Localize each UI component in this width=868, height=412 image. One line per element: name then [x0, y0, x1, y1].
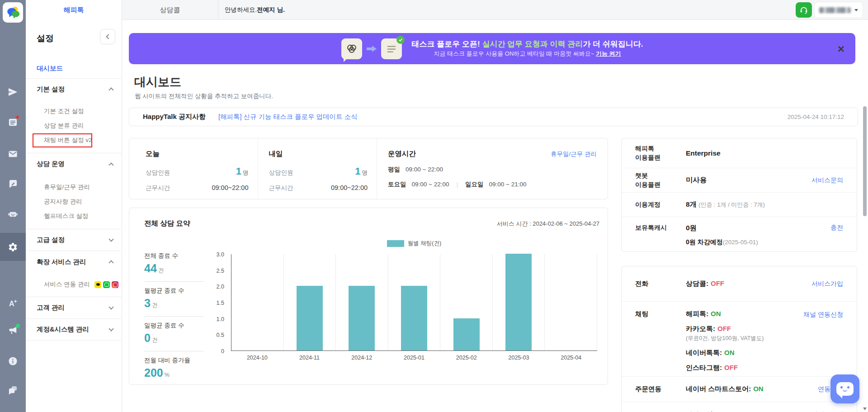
summary-stats: 전체 종료 수44건월평균 종료 수3건일평균 종료 수0건전월 대비 증가율2…	[144, 247, 204, 386]
green-dot-badge	[16, 324, 20, 328]
chat-widget-button[interactable]	[830, 374, 859, 403]
kakaotalk-pricing-note: (무료0건, 방당100원, VAT별도)	[686, 335, 764, 342]
sidebar-item-basic-condition[interactable]: 기본 조건 설정	[26, 104, 122, 118]
blurred-user-name	[819, 7, 851, 13]
sidebar-section-extension[interactable]: 확장 서비스 관리	[26, 251, 122, 273]
service-time-range: 서비스 시간 : 2024-02-06 ~ 2025-04-27	[497, 220, 599, 228]
support-headset-button[interactable]	[796, 2, 812, 18]
chevron-down-icon	[108, 304, 113, 309]
summary-stat: 월평균 종료 수3건	[144, 282, 204, 317]
chevron-up-icon	[108, 260, 113, 265]
sidebar-item-holiday-work[interactable]: 휴무일/근무 관리	[26, 180, 122, 194]
accounts-row: 이용계정 8개(인증 : 1개 / 미인증 : 7개)	[622, 193, 857, 217]
chart-bar	[401, 286, 427, 350]
sidebar-section-advanced[interactable]: 고급 설정	[26, 229, 122, 251]
greeting-name: 전예지 님.	[257, 6, 285, 14]
chevron-down-icon	[108, 237, 113, 242]
chart-x-tick-label: 2024-10	[231, 355, 283, 361]
sidebar-section-consult-ops[interactable]: 상담 운영	[26, 153, 122, 175]
chevron-up-icon	[108, 87, 113, 92]
tab-happytalk[interactable]: 해피톡	[26, 0, 122, 20]
megaphone-icon[interactable]	[0, 320, 26, 340]
ai-sparkle-icon[interactable]: A	[0, 293, 26, 313]
channel-link-request[interactable]: 채널 연동신청	[803, 311, 843, 319]
chart-column	[388, 254, 441, 350]
instagram-status: OFF	[724, 364, 738, 371]
summary-stat: 전월 대비 증가율200%	[144, 351, 204, 386]
chat-face-icon	[836, 382, 854, 396]
sidebar-item-notice-mgmt[interactable]: 공지사항 관리	[26, 194, 122, 209]
notice-link[interactable]: [해피톡] 신규 기능 태스크 플로우 업데이트 소식	[218, 113, 358, 121]
info-icon[interactable]	[0, 351, 26, 371]
chart-bar	[505, 254, 532, 350]
chart-y-tick-label: 1.5	[211, 300, 224, 306]
send-icon[interactable]	[0, 82, 26, 102]
channel-status-card: 전화 상담콜:OFF 서비스가입 채팅 해피톡:ON 카카오톡:OFF (무료0…	[621, 266, 857, 412]
chart-bar	[349, 286, 375, 350]
sidebar-collapse-button[interactable]	[100, 29, 115, 44]
sidebar-section-basic-settings[interactable]: 기본 설정	[26, 79, 122, 99]
consult-summary-card: 전체 상담 요약 서비스 시간 : 2024-02-06 ~ 2025-04-2…	[129, 208, 608, 385]
order-link-row: 주문연동 네이버 스마트스토어:ON 연동신청	[622, 377, 857, 402]
plan-info-card: 해피톡 이용플랜 Enterprise 챗봇 이용플랜 미사용 서비스문의 이용…	[621, 138, 857, 252]
chart-column	[493, 254, 545, 350]
naver-talktalk-icon	[103, 281, 110, 288]
consult-call-status: OFF	[711, 279, 724, 287]
holiday-work-link[interactable]: 휴무일/근무 관리	[551, 150, 597, 158]
daily-status-card: 오늘 상담인원 1명 근무시간 09:00~22:00 내일 상담인원 1명 근…	[129, 138, 608, 199]
chart-x-tick-label: 2025-04	[545, 355, 597, 361]
today-agent-count: 1	[236, 166, 241, 177]
summary-stat: 일평균 종료 수0건	[144, 317, 204, 351]
sidebar-section-account-system[interactable]: 계정&시스템 관리	[26, 319, 122, 341]
weekday-hours: 09:00 ~ 22:00	[406, 166, 443, 173]
happytalk-logo-icon[interactable]	[3, 2, 23, 23]
chatbot-icon[interactable]	[0, 204, 26, 224]
chart-legend: 월별 채팅(건)	[231, 240, 597, 247]
sidebar-item-helpdesk[interactable]: 헬프데스크 설정	[26, 209, 122, 223]
chart-y-tick-label: 2.5	[211, 268, 224, 274]
tangled-chat-icon	[341, 38, 362, 59]
tomorrow-work-hours: 09:00~22:00	[331, 184, 368, 191]
red-star-badge: ★	[15, 114, 20, 120]
chart-y-tick-label: 2.0	[211, 284, 224, 290]
banner-close-icon[interactable]: ×	[838, 43, 844, 55]
page-subtitle: 웹 사이트의 전체적인 상황을 추적하고 보여줍니다.	[135, 92, 273, 100]
scrollbar-down-arrow[interactable]	[863, 407, 867, 410]
stacked-chats-icon[interactable]	[0, 380, 26, 400]
sidebar-item-chat-button-v2[interactable]: 채팅 버튼 설정 v2	[26, 133, 122, 147]
happytalk-status: ON	[711, 310, 721, 317]
chart-y-labels: 00.51.01.52.02.53.0	[210, 254, 228, 351]
chart-x-tick-label: 2025-01	[388, 355, 440, 361]
task-list-icon[interactable]: ★	[0, 112, 26, 132]
today-section: 오늘 상담인원 1명 근무시간 09:00~22:00	[129, 138, 258, 199]
recharge-link[interactable]: 충전	[830, 224, 843, 232]
chat-row: 채팅 해피톡:ON 카카오톡:OFF (무료0건, 방당100원, VAT별도)…	[622, 302, 857, 377]
settings-gear-icon[interactable]	[0, 237, 26, 257]
sidebar-item-service-link[interactable]: 서비스 연동 관리	[26, 277, 122, 292]
chart-column	[284, 254, 336, 350]
tab-consult-call[interactable]: 상담콜	[122, 0, 218, 20]
compose-chat-icon[interactable]	[0, 174, 26, 194]
notice-label: HappyTalk 공지사항	[143, 113, 206, 121]
saturday-hours: 09:00 ~ 22:00	[412, 181, 449, 188]
sidebar-section-customer[interactable]: 고객 관리	[26, 297, 122, 319]
enable-feature-link[interactable]: 기능 켜기	[596, 50, 621, 57]
tomorrow-agent-count: 1	[355, 166, 360, 177]
check-icon	[396, 36, 405, 44]
banner-highlight: 실시간 업무 요청과 이력 관리	[482, 40, 583, 48]
chevron-down-icon	[108, 326, 113, 331]
chart-y-tick-label: 1.0	[211, 316, 224, 322]
user-account-menu[interactable]	[815, 2, 863, 18]
settings-sidebar: 설정 대시보드 기본 설정 기본 조건 설정 상담 분류 관리 채팅 버튼 설정…	[26, 20, 122, 412]
main-content: 태스크 플로우 오픈! 실시간 업무 요청과 이력 관리가 더 쉬워집니다. 지…	[122, 20, 868, 412]
service-inquiry-link[interactable]: 서비스문의	[811, 176, 843, 185]
mail-icon[interactable]	[0, 144, 26, 164]
chart-column	[545, 254, 597, 350]
notice-timestamp: 2025-04-24 10:17:12	[788, 114, 844, 120]
chart-bar	[453, 318, 480, 350]
sidebar-item-consult-category[interactable]: 상담 분류 관리	[26, 118, 122, 133]
sidebar-item-dashboard[interactable]: 대시보드	[26, 59, 122, 79]
talk-cash-balance: 0원	[686, 224, 697, 232]
scrollbar-thumb[interactable]	[863, 106, 867, 216]
service-signup-link[interactable]: 서비스가입	[811, 280, 843, 288]
